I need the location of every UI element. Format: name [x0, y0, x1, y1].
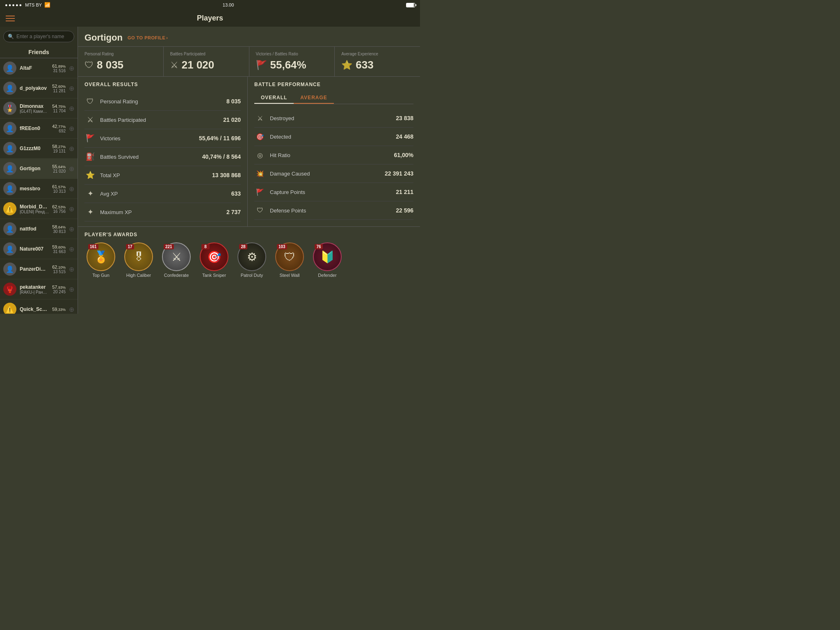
friend-item-messbro[interactable]: 👤 messbro 61,57% 10 313 ⊕ [0, 179, 78, 199]
player-name: Gortigon [84, 32, 123, 43]
award-item-defender[interactable]: 76 🔰 Defender [311, 242, 344, 278]
result-value: 21 020 [223, 116, 241, 123]
friend-item-AltaF[interactable]: 👤 AltaF 61,89% 31 516 ⊕ [0, 58, 78, 78]
stats-summary: Personal Rating 🛡 8 035 Battles Particip… [78, 47, 420, 77]
award-item-patrol-duty[interactable]: 28 ⚙ Patrol Duty [235, 242, 268, 278]
friend-name: Quick_Scope [20, 306, 49, 312]
friend-stats: 55,64% 21 020 [52, 164, 66, 173]
friend-action-icon[interactable]: ⊕ [69, 205, 74, 213]
friend-ratio: 59,33% [52, 307, 66, 312]
friend-avatar: 👤 [3, 222, 16, 235]
friend-avatar: 🦞 [3, 283, 16, 296]
friend-item-nattfod[interactable]: 👤 nattfod 58,64% 30 813 ⊕ [0, 219, 78, 239]
result-icon: 🛡 [84, 96, 96, 107]
award-item-confederate[interactable]: 221 ⚔ Confederate [160, 242, 193, 278]
award-name: Defender [318, 273, 336, 278]
friend-stats: 62,10% 13 515 [52, 265, 66, 274]
friend-action-icon[interactable]: ⊕ [69, 265, 74, 273]
result-row: ✦ Avg XP 633 [84, 185, 241, 203]
tab-average[interactable]: AVERAGE [294, 92, 333, 104]
friend-action-icon[interactable]: ⊕ [69, 105, 74, 112]
result-label: Victories [100, 135, 195, 142]
friend-info: fREEon0 [20, 126, 49, 131]
perf-value: 24 468 [396, 133, 413, 140]
award-name: Confederate [164, 273, 189, 278]
right-panel: Gortigon GO TO PROFILE › Personal Rating… [78, 27, 420, 314]
friend-stats: 59,60% 31 663 [52, 244, 66, 254]
friend-action-icon[interactable]: ⊕ [69, 64, 74, 72]
stat-value-victories: 55,64% [270, 59, 306, 71]
rating-icon: 🛡 [84, 60, 94, 71]
stat-label-avgxp: Average Experience [341, 52, 413, 56]
search-input[interactable] [16, 34, 70, 39]
friend-info: AltaF [20, 65, 49, 71]
award-name: Steel Wall [279, 273, 299, 278]
friend-action-icon[interactable]: ⊕ [69, 125, 74, 132]
friend-action-icon[interactable]: ⊕ [69, 225, 74, 233]
friend-item-pekatanker[interactable]: 🦞 pekatanker |RAKU-| Рандомные Раки! 57,… [0, 279, 78, 299]
award-item-high-caliber[interactable]: 17 🎖 High Caliber [122, 242, 155, 278]
battles-icon: ⚔ [170, 60, 178, 71]
go-to-profile-button[interactable]: GO TO PROFILE › [128, 35, 168, 40]
friend-item-Gortigon[interactable]: 👤 Gortigon 55,64% 21 020 ⊕ [0, 159, 78, 179]
stat-label-victories: Victories / Battles Ratio [256, 52, 328, 56]
stat-value-avgxp: 633 [356, 59, 373, 71]
award-item-tank-sniper[interactable]: 8 🎯 Tank Sniper [198, 242, 231, 278]
friend-item-fREEon0[interactable]: 👤 fREEon0 42,77% 692 ⊕ [0, 119, 78, 139]
friend-battles: 11 281 [52, 89, 66, 93]
menu-button[interactable] [6, 16, 15, 21]
friend-item-Nature007[interactable]: 👤 Nature007 59,60% 31 663 ⊕ [0, 239, 78, 259]
stat-personal-rating: Personal Rating 🛡 8 035 [78, 47, 164, 76]
friend-action-icon[interactable]: ⊕ [69, 84, 74, 92]
perf-row: 🛡 Defense Points 22 596 [254, 201, 413, 220]
award-item-top-gun[interactable]: 161 🏅 Top Gun [84, 242, 117, 278]
friend-avatar: 👤 [3, 182, 16, 195]
friend-ratio: 62,10% [52, 265, 66, 269]
friend-ratio: 42,77% [52, 124, 66, 129]
battle-performance: BATTLE PERFORMANCE OVERALL AVERAGE ⚔ Des… [248, 77, 420, 226]
award-item-steel-wall[interactable]: 103 🛡 Steel Wall [273, 242, 306, 278]
award-name: Patrol Duty [241, 273, 263, 278]
stat-value-battles: 21 020 [182, 59, 215, 71]
search-bar[interactable]: 🔍 [3, 31, 74, 42]
performance-rows: ⚔ Destroyed 23 838 🎯 Detected 24 468 ◎ H… [254, 109, 413, 220]
friend-clan: |RAKU-| Рандомные Раки! [20, 290, 49, 294]
result-label: Maximum XP [100, 209, 222, 215]
friend-battles: 30 813 [52, 229, 66, 234]
perf-value: 21 211 [396, 189, 413, 195]
award-count: 161 [88, 244, 98, 249]
friend-item-Quick_Scope[interactable]: ⚠️ Quick_Scope 59,33% ⊕ [0, 299, 78, 314]
friend-item-PanzerDimon[interactable]: 👤 PanzerDimon 62,10% 13 515 ⊕ [0, 259, 78, 279]
friend-stats: 62,53% 16 756 [52, 204, 66, 214]
award-count: 221 [164, 244, 174, 249]
perf-value: 23 838 [396, 115, 413, 121]
awards-grid: 161 🏅 Top Gun 17 🎖 High Caliber 221 ⚔ Co… [84, 242, 413, 278]
friend-clan: |OLENI| Рендомные Олени [20, 210, 49, 214]
status-bar: ●●●●● MTS BY 📶 13.00 [0, 0, 420, 10]
award-icon: ⚙ [247, 250, 257, 264]
friend-action-icon[interactable]: ⊕ [69, 185, 74, 193]
result-value: 633 [231, 190, 241, 197]
result-label: Battles Participated [100, 117, 219, 123]
friend-action-icon[interactable]: ⊕ [69, 306, 74, 313]
friend-action-icon[interactable]: ⊕ [69, 165, 74, 173]
friend-avatar: 🎖️ [3, 102, 16, 115]
friend-avatar: ⚠️ [3, 202, 16, 215]
friend-item-Dimonnax[interactable]: 🎖️ Dimonnax |GL4T| Камикадзе "Галчата" 5… [0, 98, 78, 119]
friend-item-G1zzzM0[interactable]: 👤 G1zzzM0 58,27% 19 131 ⊕ [0, 139, 78, 159]
friend-item-Morbid_Dezir[interactable]: ⚠️ Morbid_Dezir |OLENI| Рендомные Олени … [0, 199, 78, 219]
result-row: ⭐ Total XP 13 308 868 [84, 166, 241, 185]
friend-action-icon[interactable]: ⊕ [69, 245, 74, 253]
friend-avatar: 👤 [3, 242, 16, 256]
friend-name: Morbid_Dezir [20, 204, 49, 210]
friend-avatar: 👤 [3, 262, 16, 276]
perf-row: ⚔ Destroyed 23 838 [254, 109, 413, 128]
friend-action-icon[interactable]: ⊕ [69, 145, 74, 153]
friend-item-d_polyakov[interactable]: 👤 d_polyakov 52,60% 11 281 ⊕ [0, 78, 78, 98]
result-row: 🚩 Victories 55,64% / 11 696 [84, 129, 241, 148]
award-badge: 103 🛡 [275, 242, 304, 271]
friend-battles: 10 313 [52, 189, 66, 194]
tab-overall[interactable]: OVERALL [254, 92, 294, 104]
result-label: Battles Survived [100, 154, 198, 160]
friend-action-icon[interactable]: ⊕ [69, 285, 74, 293]
